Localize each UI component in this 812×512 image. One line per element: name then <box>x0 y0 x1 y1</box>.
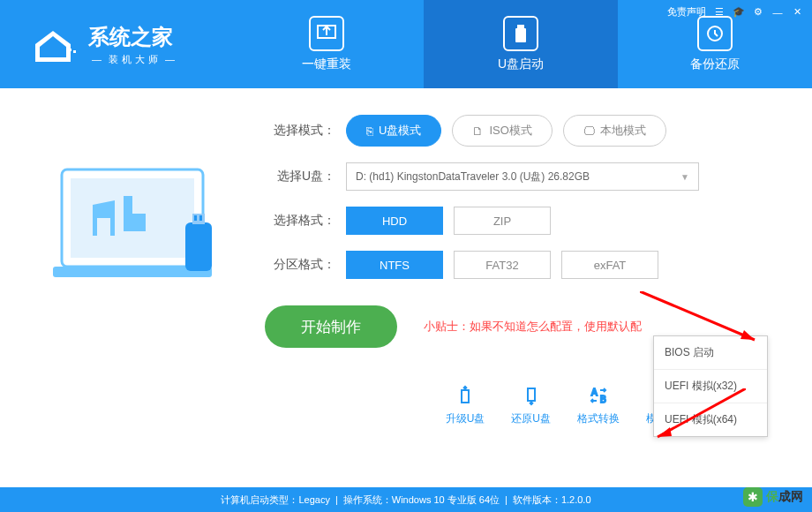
minimize-icon[interactable]: — <box>771 6 784 19</box>
reinstall-icon <box>309 16 344 51</box>
chevron-down-icon: ▼ <box>680 172 689 182</box>
logo-subtitle: 装机大师 <box>88 53 182 66</box>
svg-text:B: B <box>600 395 606 404</box>
mode-local-button[interactable]: 🖵本地模式 <box>563 115 666 147</box>
partition-exfat-button[interactable]: exFAT <box>561 251 658 279</box>
grad-icon[interactable]: 🎓 <box>733 6 745 19</box>
usb-small-icon: ⎘ <box>366 124 373 138</box>
svg-rect-4 <box>515 28 526 42</box>
popup-uefi-x64[interactable]: UEFI 模拟(x64) <box>654 403 767 436</box>
svg-rect-12 <box>199 215 202 221</box>
status-os: 操作系统：Windows 10 专业版 64位 <box>343 493 500 507</box>
tip-text: 小贴士：如果不知道怎么配置，使用默认配 <box>424 319 642 335</box>
convert-icon: AB <box>586 383 611 408</box>
svg-text:A: A <box>591 388 598 397</box>
partition-ntfs-button[interactable]: NTFS <box>346 251 443 279</box>
action-restore-usb[interactable]: 还原U盘 <box>511 383 551 426</box>
partition-fat32-button[interactable]: FAT32 <box>454 251 551 279</box>
format-label: 选择格式： <box>265 213 335 229</box>
start-button[interactable]: 开始制作 <box>265 305 397 348</box>
popup-uefi-x32[interactable]: UEFI 模拟(x32) <box>654 370 767 403</box>
usb-select[interactable]: D: (hd1) KingstonDataTraveler 3.0 (U盘) 2… <box>346 162 699 191</box>
upgrade-icon <box>453 383 477 408</box>
watermark: ✱ 保成网 <box>743 487 803 507</box>
mode-iso-button[interactable]: 🗋ISO模式 <box>452 115 552 147</box>
backup-icon <box>697 16 733 51</box>
status-boot-type: 计算机启动类型：Legacy <box>221 493 329 507</box>
popup-bios[interactable]: BIOS 启动 <box>654 336 767 370</box>
svg-rect-17 <box>462 390 469 403</box>
usb-label: 选择U盘： <box>265 169 335 184</box>
svg-rect-18 <box>528 388 535 401</box>
gear-icon[interactable]: ⚙ <box>752 6 764 19</box>
logo-area: 系统之家 装机大师 <box>0 22 229 66</box>
svg-rect-11 <box>194 215 197 221</box>
restore-icon <box>519 383 544 408</box>
action-format-convert[interactable]: AB 格式转换 <box>577 383 620 426</box>
svg-rect-3 <box>517 25 524 28</box>
usb-icon <box>503 16 538 51</box>
local-small-icon: 🖵 <box>583 124 595 138</box>
disclaimer-link[interactable]: 免责声明 <box>667 5 706 19</box>
tab-reinstall[interactable]: 一键重装 <box>229 0 424 88</box>
mode-usb-button[interactable]: ⎘U盘模式 <box>346 115 441 147</box>
partition-label: 分区格式： <box>265 257 335 273</box>
action-upgrade-usb[interactable]: 升级U盘 <box>446 383 485 426</box>
simulate-boot-menu: BIOS 启动 UEFI 模拟(x32) UEFI 模拟(x64) <box>653 335 768 437</box>
logo-title: 系统之家 <box>88 23 182 51</box>
window-controls: 免责声明 ☰ 🎓 ⚙ — ✕ <box>667 5 803 19</box>
mode-label: 选择模式： <box>265 123 335 139</box>
menu-icon[interactable]: ☰ <box>713 6 726 19</box>
usb-select-value: D: (hd1) KingstonDataTraveler 3.0 (U盘) 2… <box>356 169 590 184</box>
format-zip-button[interactable]: ZIP <box>454 207 551 235</box>
logo-icon <box>26 22 79 66</box>
svg-rect-1 <box>73 50 76 53</box>
illustration <box>35 115 247 348</box>
statusbar: 计算机启动类型：Legacy | 操作系统：Windows 10 专业版 64位… <box>0 487 812 512</box>
svg-rect-0 <box>69 49 71 51</box>
close-icon[interactable]: ✕ <box>791 6 803 19</box>
status-version: 软件版本：1.2.0.0 <box>513 493 591 507</box>
format-hdd-button[interactable]: HDD <box>346 207 443 235</box>
iso-small-icon: 🗋 <box>472 124 484 138</box>
watermark-badge-icon: ✱ <box>743 487 763 507</box>
svg-rect-9 <box>185 222 212 271</box>
tab-usb-boot[interactable]: U盘启动 <box>424 0 618 88</box>
